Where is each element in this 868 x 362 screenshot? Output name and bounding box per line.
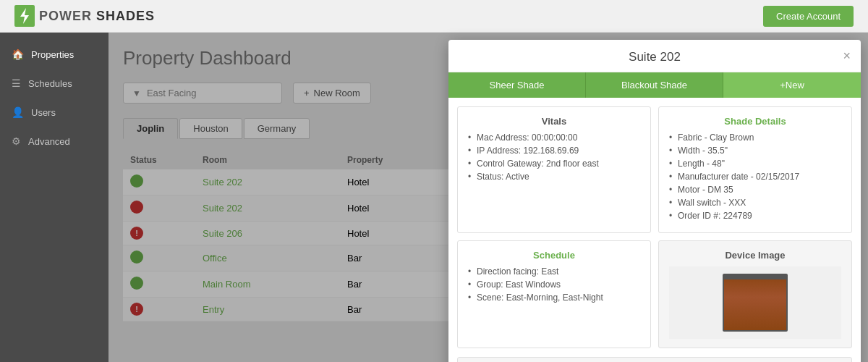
sidebar-label-advanced: Advanced — [28, 136, 70, 147]
modal-header: Suite 202 × — [448, 40, 861, 72]
schedule-icon: ☰ — [12, 77, 21, 89]
shade-detail-item: Width - 35.5" — [669, 146, 841, 156]
vitals-item: IP Address: 192.168.69.69 — [468, 146, 640, 156]
schedule-title: Schedule — [468, 250, 640, 261]
vitals-item: Mac Address: 00:00:00:00 — [468, 132, 640, 143]
vitals-item: Status: Active — [468, 172, 640, 182]
content-area: Property Dashboard ▼ East Facing + New R… — [109, 33, 868, 362]
device-image-section: Device Image — [658, 240, 852, 348]
modal-tab-blackout-shade[interactable]: Blackout Shade — [586, 72, 723, 98]
device-image-container — [669, 266, 841, 339]
shade-details-list: Fabric - Clay BrownWidth - 35.5"Length -… — [669, 132, 841, 221]
shade-detail-item: Length - 48" — [669, 159, 841, 169]
schedule-item: Scene: East-Morning, East-Night — [468, 292, 640, 303]
schedule-item: Group: East Windows — [468, 279, 640, 290]
sidebar-label-users: Users — [31, 107, 56, 118]
shade-details-section: Shade Details Fabric - Clay BrownWidth -… — [658, 106, 852, 233]
modal-body: Vitals Mac Address: 00:00:00:00IP Addres… — [448, 98, 861, 357]
vitals-item: Control Gateway: 2nd floor east — [468, 159, 640, 169]
vitals-section: Vitals Mac Address: 00:00:00:00IP Addres… — [457, 106, 651, 233]
logo-shades-text: SHADES — [96, 9, 155, 24]
vitals-title: Vitals — [468, 116, 640, 127]
modal-overlay: Suite 202 × Sheer Shade Blackout Shade +… — [109, 33, 868, 362]
schedule-list: Direction facing: EastGroup: East Window… — [468, 266, 640, 303]
sidebar-item-schedules[interactable]: ☰ Schedules — [0, 69, 109, 98]
shade-detail-item: Wall switch - XXX — [669, 198, 841, 208]
logo-power-text: POWER — [39, 9, 92, 24]
modal-tab-new[interactable]: +New — [723, 72, 861, 98]
modal-tabs: Sheer Shade Blackout Shade +New — [448, 72, 861, 98]
sidebar-item-advanced[interactable]: ⚙ Advanced — [0, 127, 109, 156]
schedule-item: Direction facing: East — [468, 266, 640, 277]
shade-detail-item: Manufacturer date - 02/15/2017 — [669, 172, 841, 182]
modal-tab-sheer-shade[interactable]: Sheer Shade — [448, 72, 586, 98]
modal: Suite 202 × Sheer Shade Blackout Shade +… — [448, 40, 861, 362]
room-layout-section: Room Layout INTERCOASTAL ROOM — [457, 357, 852, 362]
main-layout: 🏠 Properties ☰ Schedules 👤 Users ⚙ Advan… — [0, 33, 868, 362]
modal-title: Suite 202 — [629, 50, 681, 64]
sidebar: 🏠 Properties ☰ Schedules 👤 Users ⚙ Advan… — [0, 33, 109, 362]
modal-close-button[interactable]: × — [843, 49, 851, 64]
gear-icon: ⚙ — [12, 135, 21, 147]
logo: POWER SHADES — [14, 5, 155, 27]
create-account-button[interactable]: Create Account — [763, 6, 854, 27]
shade-detail-item: Motor - DM 35 — [669, 185, 841, 195]
shade-detail-item: Fabric - Clay Brown — [669, 132, 841, 143]
sidebar-label-schedules: Schedules — [28, 78, 72, 89]
device-image-title: Device Image — [725, 250, 785, 261]
sidebar-item-users[interactable]: 👤 Users — [0, 98, 109, 127]
user-icon: 👤 — [12, 106, 24, 118]
sidebar-label-properties: Properties — [31, 49, 74, 60]
home-icon: 🏠 — [12, 49, 24, 60]
shade-visual — [723, 274, 788, 332]
shade-detail-item: Order ID #: 224789 — [669, 211, 841, 221]
shade-details-title: Shade Details — [669, 116, 841, 127]
logo-bolt-icon — [14, 5, 35, 27]
schedule-section: Schedule Direction facing: EastGroup: Ea… — [457, 240, 651, 348]
header: POWER SHADES Create Account — [0, 0, 868, 33]
room-layout-row: Room Layout INTERCOASTAL ROOM — [448, 357, 861, 362]
vitals-list: Mac Address: 00:00:00:00IP Address: 192.… — [468, 132, 640, 182]
sidebar-item-properties[interactable]: 🏠 Properties — [0, 40, 109, 69]
